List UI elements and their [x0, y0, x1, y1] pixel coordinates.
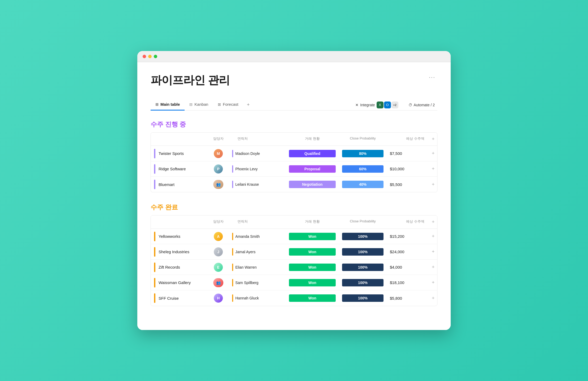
tab-main-table-label: Main table: [160, 102, 180, 107]
tab-kanban-label: Kanban: [194, 102, 208, 107]
status-cell: Negotiation: [286, 180, 339, 189]
avatar: H: [214, 294, 223, 303]
row-strip: [154, 149, 155, 158]
row-strip: [154, 180, 155, 189]
avatar: J: [214, 247, 223, 256]
kanban-icon: ⊟: [189, 102, 193, 107]
contact-name: Sam Spillberg: [235, 281, 258, 285]
company-name: Waissman Gallery: [159, 280, 191, 285]
row-add-cell[interactable]: +: [429, 151, 437, 156]
page-title: 파이프라인 관리: [151, 73, 230, 88]
contact-cell: Amanda Smith: [229, 231, 286, 242]
contact-cell: Jamal Ayers: [229, 246, 286, 258]
table-row[interactable]: Ridge Software P Phoenix Levy Proposal 6…: [151, 161, 437, 177]
amount-cell: $18,100: [387, 278, 429, 287]
table-row[interactable]: Waissman Gallery 👥 Sam Spillberg Won 100…: [151, 275, 437, 290]
tab-kanban[interactable]: ⊟ Kanban: [185, 99, 213, 111]
col-company-header: [151, 135, 208, 143]
table-row[interactable]: Twister Sports M Madison Doyle Qualified…: [151, 146, 437, 161]
probability-cell: 60%: [339, 164, 387, 174]
amount-cell: $24,000: [387, 247, 429, 256]
col-status-header: 거래 현황: [286, 135, 339, 143]
avatar: E: [214, 263, 223, 272]
avatar: P: [214, 164, 223, 173]
avatar: A: [214, 232, 223, 241]
contact-name: Leilani Krause: [235, 182, 259, 187]
contact-name: Hannah Gluck: [235, 296, 259, 300]
assignee-cell: 👥: [208, 178, 229, 191]
row-add-cell[interactable]: +: [429, 264, 437, 270]
amount-cell: $7,500: [387, 149, 429, 158]
contact-bar: [232, 264, 233, 271]
completed-table: 담당자 연락처 거래 현황 Close Probability 예상 수주액 +…: [151, 215, 437, 306]
company-cell: Twister Sports: [151, 147, 208, 160]
col-amount-header: 예상 수주액: [387, 135, 429, 143]
table-row[interactable]: Zift Records E Elian Warren Won 100% $4,…: [151, 260, 437, 275]
tab-forecast-label: Forecast: [223, 102, 238, 107]
probability-badge: 100%: [342, 279, 384, 286]
browser-dot-minimize[interactable]: [148, 55, 152, 58]
contact-bar: [232, 181, 233, 188]
table-row[interactable]: Yellowworks A Amanda Smith Won 100% $15,…: [151, 229, 437, 244]
company-name: Ridge Software: [159, 167, 186, 171]
company-name: SFF Cruise: [159, 296, 179, 300]
row-add-cell[interactable]: +: [429, 249, 437, 255]
probability-cell: 100%: [339, 232, 387, 241]
table-row[interactable]: SFF Cruise H Hannah Gluck Won 100% $5,80…: [151, 290, 437, 306]
col-add-header[interactable]: +: [429, 218, 437, 226]
table-row[interactable]: Bluemart 👥 Leilani Krause Negotiation 40…: [151, 177, 437, 192]
col-prob-header: Close Probability: [339, 218, 387, 226]
status-cell: Won: [286, 247, 339, 257]
col-add-header[interactable]: +: [429, 135, 437, 143]
probability-cell: 100%: [339, 247, 387, 257]
row-strip: [154, 278, 155, 287]
probability-cell: 100%: [339, 278, 387, 287]
contact-cell: Madison Doyle: [229, 148, 286, 159]
col-contact-header: 연락처: [229, 218, 286, 226]
contact-name: Madison Doyle: [235, 151, 260, 156]
tabs-right-actions: ✕ Integrate X O +2 ⏱ Automate / 2: [353, 100, 437, 110]
contact-cell: Sam Spillberg: [229, 277, 286, 289]
contact-cell: Hannah Gluck: [229, 292, 286, 304]
automate-button[interactable]: ⏱ Automate / 2: [406, 101, 437, 109]
company-cell: SFF Cruise: [151, 291, 208, 305]
more-options-button[interactable]: ···: [427, 73, 437, 82]
add-tab-button[interactable]: +: [243, 99, 253, 110]
contact-bar: [232, 165, 233, 173]
col-contact-header: 연락처: [229, 135, 286, 143]
tab-forecast[interactable]: ⊠ Forecast: [213, 99, 243, 111]
row-add-cell[interactable]: +: [429, 166, 437, 172]
contact-bar: [232, 279, 233, 286]
company-name: Bluemart: [159, 182, 174, 187]
row-add-cell[interactable]: +: [429, 182, 437, 187]
assignee-cell: H: [208, 291, 229, 305]
row-add-cell[interactable]: +: [429, 295, 437, 301]
probability-cell: 80%: [339, 149, 387, 158]
col-status-header: 거래 현황: [286, 218, 339, 226]
assignee-cell: E: [208, 261, 229, 274]
amount-cell: $5,500: [387, 180, 429, 189]
status-badge: Proposal: [289, 165, 336, 173]
browser-chrome: [137, 51, 451, 62]
tab-main-table[interactable]: ⊞ Main table: [151, 99, 185, 111]
company-name: Twister Sports: [159, 151, 184, 156]
automate-icon: ⏱: [408, 103, 412, 107]
browser-dot-maximize[interactable]: [154, 55, 157, 58]
table-row[interactable]: Sheleg Industries J Jamal Ayers Won 100%…: [151, 244, 437, 260]
integrate-button[interactable]: ✕ Integrate X O +2: [353, 100, 401, 110]
browser-dot-close[interactable]: [143, 55, 146, 58]
amount-cell: $5,800: [387, 294, 429, 303]
amount-cell: $15,200: [387, 232, 429, 241]
company-cell: Waissman Gallery: [151, 276, 208, 290]
probability-badge: 80%: [342, 150, 384, 157]
status-badge: Won: [289, 233, 336, 240]
tabs-bar: ⊞ Main table ⊟ Kanban ⊠ Forecast + ✕ Int…: [151, 99, 437, 111]
completed-table-header: 담당자 연락처 거래 현황 Close Probability 예상 수주액 +: [151, 215, 437, 229]
status-cell: Won: [286, 293, 339, 303]
contact-bar: [232, 150, 233, 157]
probability-cell: 100%: [339, 263, 387, 272]
row-add-cell[interactable]: +: [429, 280, 437, 285]
row-add-cell[interactable]: +: [429, 234, 437, 239]
contact-name: Phoenix Levy: [235, 167, 258, 171]
browser-window: 파이프라인 관리 ··· ⊞ Main table ⊟ Kanban ⊠ For…: [137, 51, 451, 330]
